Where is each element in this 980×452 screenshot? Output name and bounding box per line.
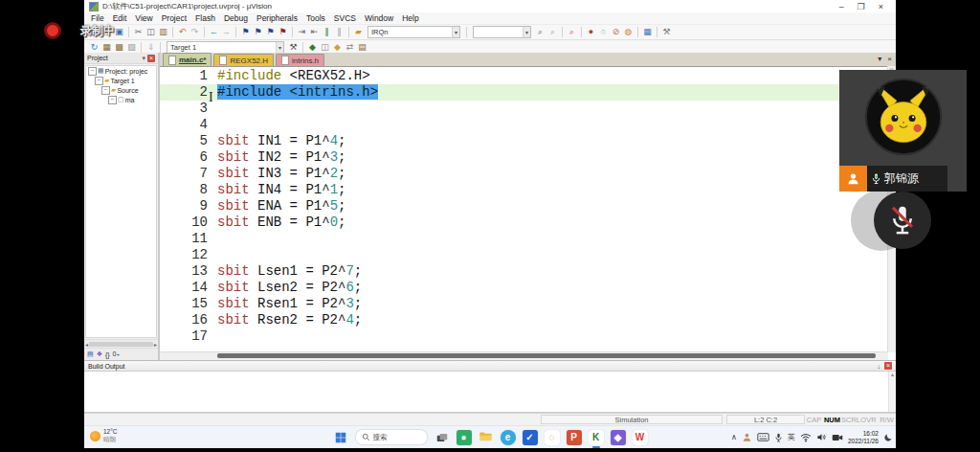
tree-expander-icon[interactable]: − xyxy=(108,96,117,104)
menu-window[interactable]: Window xyxy=(365,13,393,23)
maximize-button[interactable]: ❐ xyxy=(858,2,865,11)
menu-project[interactable]: Project xyxy=(162,13,187,23)
mic-muted-button[interactable] xyxy=(874,192,931,249)
uncomment-icon[interactable]: ∥ xyxy=(333,26,345,38)
cut-icon[interactable]: ✂ xyxy=(132,26,145,38)
indent-icon[interactable]: ⇥ xyxy=(296,26,308,38)
wps-icon[interactable]: W xyxy=(633,430,648,445)
purple-app-icon[interactable]: ◆ xyxy=(611,430,626,445)
bookmark-prev-icon[interactable]: ⚑ xyxy=(252,26,264,38)
menu-help[interactable]: Help xyxy=(402,13,418,23)
office-365-icon[interactable]: ◌ xyxy=(545,430,560,445)
wechat-icon[interactable]: ● xyxy=(457,430,472,445)
debug-session-icon[interactable]: ⌕ xyxy=(566,26,578,38)
folder-icon[interactable]: ▰ xyxy=(352,26,365,38)
build-output-header[interactable]: Build Output ↓ × xyxy=(84,360,896,372)
tab-mainc[interactable]: main.c* xyxy=(163,53,212,66)
scroll-right-arrow[interactable]: ▸ xyxy=(154,341,157,348)
breakpoint-kill-all-icon[interactable]: ◍ xyxy=(622,26,635,38)
menu-tools[interactable]: Tools xyxy=(306,13,325,23)
autohide-pin-icon[interactable]: ↓ xyxy=(878,363,881,370)
redo-icon[interactable]: ↷ xyxy=(189,26,201,38)
recorder-person-icon[interactable] xyxy=(742,432,752,442)
title-bar[interactable]: D:\软件\C51-project\CAR1\project.uvproj - … xyxy=(84,0,896,12)
scroll-left-arrow[interactable]: ◂ xyxy=(85,341,88,348)
tree-item[interactable]: −▰Target 1 xyxy=(86,76,156,85)
find-in-files-icon[interactable]: ⌕ xyxy=(534,26,546,38)
keil-uvision-icon[interactable]: K xyxy=(589,430,604,445)
breakpoint-disable-icon[interactable]: ○ xyxy=(597,26,610,38)
editor-pane-close-icon[interactable]: × xyxy=(887,55,892,63)
books-tab-icon[interactable]: ❖ xyxy=(97,350,102,358)
tree-expander-icon[interactable]: − xyxy=(88,67,97,76)
todo-app-icon[interactable]: ✓ xyxy=(523,430,538,445)
pin-icon[interactable]: ▾ xyxy=(142,55,145,62)
templates-tab-icon[interactable]: 0₊ xyxy=(113,350,121,358)
ime-indicator[interactable]: 英 xyxy=(788,432,795,442)
menu-view[interactable]: View xyxy=(135,13,152,23)
tree-expander-icon[interactable]: − xyxy=(95,77,103,85)
tree-item[interactable]: −▢ma xyxy=(86,95,156,104)
menu-peripherals[interactable]: Peripherals xyxy=(256,13,298,23)
powerpoint-icon[interactable]: P xyxy=(567,430,582,445)
code-area[interactable]: 1#include <REGX52.H>2#include <intrins.h… xyxy=(160,66,888,352)
editor-hscrollbar[interactable] xyxy=(160,351,888,360)
night-light-icon[interactable] xyxy=(883,433,893,442)
irqn-combo[interactable]: IRQn▾ xyxy=(368,26,460,38)
breakpoint-disable-all-icon[interactable]: ⊘ xyxy=(610,26,622,38)
find-next-icon[interactable]: ⌕ xyxy=(546,26,559,38)
build-output-scrollbar[interactable]: ▲ xyxy=(888,372,896,412)
search-box[interactable]: 搜索 xyxy=(355,429,428,445)
hscroll-thumb[interactable] xyxy=(217,353,876,358)
project-close-icon[interactable]: × xyxy=(147,55,155,62)
functions-tab-icon[interactable]: {} xyxy=(105,351,110,358)
minimize-button[interactable]: – xyxy=(839,2,844,11)
chevron-down-icon[interactable]: ▾ xyxy=(452,27,459,37)
outdent-icon[interactable]: ⇤ xyxy=(308,26,321,38)
menu-flash[interactable]: Flash xyxy=(195,13,215,23)
menu-debug[interactable]: Debug xyxy=(224,13,248,23)
taskbar-clock[interactable]: 16:02 2022/11/26 xyxy=(848,430,879,444)
undo-icon[interactable]: ↶ xyxy=(176,26,189,38)
build-output-body[interactable]: ▲ xyxy=(84,372,896,413)
menu-edit[interactable]: Edit xyxy=(113,13,127,23)
close-button[interactable]: × xyxy=(879,2,883,11)
tree-item[interactable]: −▦Project: projec xyxy=(86,66,156,76)
build-output-close-icon[interactable]: × xyxy=(884,362,892,370)
tree-expander-icon[interactable]: − xyxy=(101,86,110,95)
bookmark-next-icon[interactable]: ⚑ xyxy=(264,26,277,38)
menu-file[interactable]: File xyxy=(91,13,104,23)
paste-icon[interactable]: ▥ xyxy=(157,26,169,38)
memory-window-icon[interactable]: ▦ xyxy=(641,26,654,38)
bookmark-toggle-icon[interactable]: ⚑ xyxy=(239,26,252,38)
file-explorer-icon[interactable] xyxy=(479,430,494,445)
wifi-icon[interactable] xyxy=(800,433,812,442)
task-view-icon[interactable] xyxy=(434,430,450,445)
navigate-forward-icon[interactable]: → xyxy=(220,26,233,38)
scroll-thumb[interactable] xyxy=(89,342,153,347)
search-combo[interactable]: ▾ xyxy=(473,26,531,38)
navigate-back-icon[interactable]: ← xyxy=(208,26,220,38)
copy-icon[interactable]: ◫ xyxy=(145,26,157,38)
camera-icon[interactable] xyxy=(832,433,843,442)
weather-widget[interactable]: 12°C 晴朗 xyxy=(90,428,118,443)
project-tab-icon[interactable]: ▤ xyxy=(87,350,94,358)
volume-icon[interactable] xyxy=(816,432,827,442)
bookmark-clear-icon[interactable]: ⚑ xyxy=(277,26,289,38)
tab-REGX52H[interactable]: REGX52.H xyxy=(213,54,274,66)
chevron-down-icon[interactable]: ▾ xyxy=(276,42,283,53)
comment-icon[interactable]: ∥ xyxy=(321,26,333,38)
chevron-down-icon[interactable]: ▾ xyxy=(523,27,530,37)
breakpoint-toggle-icon[interactable]: ● xyxy=(585,26,597,38)
edge-icon[interactable]: e xyxy=(501,430,516,445)
keyboard-icon[interactable] xyxy=(757,432,769,442)
microphone-icon[interactable] xyxy=(774,432,783,443)
tray-expand-icon[interactable]: ∧ xyxy=(731,433,737,441)
menu-svcs[interactable]: SVCS xyxy=(334,13,356,23)
project-hscrollbar[interactable]: ◂ ▸ xyxy=(84,339,158,348)
tree-item[interactable]: −▰Source xyxy=(86,85,156,95)
tab-intrinsh[interactable]: intrins.h xyxy=(276,54,324,66)
start-button[interactable] xyxy=(333,430,348,445)
configure-icon[interactable]: ⚒ xyxy=(660,26,673,38)
editor-pane-menu-icon[interactable]: ▾ xyxy=(878,55,881,63)
